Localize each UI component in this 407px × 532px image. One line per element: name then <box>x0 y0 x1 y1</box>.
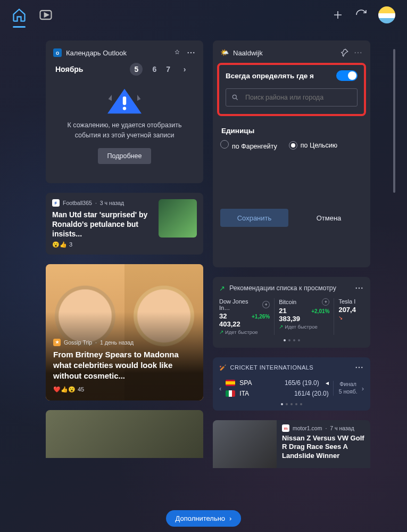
svg-point-2 <box>190 52 192 53</box>
reactions: ❤️👍😮 45 <box>53 386 196 393</box>
reactions: 😮👍 3 <box>52 241 152 248</box>
news-headline: From Britney Spears to Madonna what cele… <box>53 349 196 382</box>
highlighted-settings: Всегда определять где я <box>217 63 366 116</box>
svg-point-3 <box>193 52 194 53</box>
news-headline: Man Utd star 'surprised' by Ronaldo's pe… <box>52 210 152 239</box>
more-icon[interactable] <box>186 48 196 58</box>
cricket-row: ITA161/4 (20.0) <box>226 388 328 399</box>
news-headline: Nissan Z Versus VW Golf R Drag Race Sees… <box>282 434 365 460</box>
news-card-large[interactable]: ★Gossip Trip · 1 день назад From Britney… <box>46 264 203 400</box>
pin-icon[interactable] <box>339 48 349 58</box>
chevron-right-icon: › <box>229 514 231 522</box>
refresh-icon[interactable] <box>355 9 368 21</box>
weather-location: Naaldwijk <box>233 49 263 57</box>
svg-point-8 <box>360 52 361 53</box>
svg-point-9 <box>232 95 236 99</box>
more-icon[interactable] <box>354 283 364 293</box>
calendar-widget: o Календарь Outlook Ноябрь 5 6 7 › К сож <box>46 40 203 183</box>
svg-point-11 <box>359 288 360 289</box>
location-search-input[interactable] <box>244 93 352 102</box>
cricket-icon: 🏏 <box>219 364 227 371</box>
unit-celsius[interactable]: по Цельсию <box>289 141 337 150</box>
svg-point-7 <box>358 52 359 53</box>
user-avatar[interactable] <box>378 6 395 23</box>
search-icon <box>231 94 239 101</box>
svg-point-15 <box>361 367 362 368</box>
location-search[interactable] <box>226 88 358 107</box>
pagination-dots[interactable] <box>219 403 364 405</box>
top-bar <box>0 0 407 30</box>
video-tab-icon[interactable] <box>38 7 53 22</box>
day[interactable]: 7 <box>166 65 170 73</box>
watchlist-item[interactable]: Dow Jones In…+ 32 403,22+1,26% ↗Идет быс… <box>219 298 275 335</box>
news-thumbnail <box>159 199 197 238</box>
news-card-small[interactable]: FFootball365 · 3 ч назад Man Utd star 's… <box>46 193 203 255</box>
svg-point-12 <box>361 288 362 289</box>
news-card-cut[interactable] <box>46 410 203 458</box>
trend-up-icon: ↗ <box>219 284 225 292</box>
details-button[interactable]: Подробнее <box>98 148 152 164</box>
source-icon: m <box>282 424 289 432</box>
news-source: Football365 <box>63 200 92 206</box>
warning-icon <box>103 85 146 117</box>
news-time: 1 день назад <box>100 339 134 346</box>
save-button[interactable]: Сохранить <box>220 209 288 227</box>
svg-rect-4 <box>123 96 126 105</box>
chevron-right-icon[interactable]: › <box>180 64 189 74</box>
calendar-days: 5 6 7 › <box>130 63 189 76</box>
cricket-title: CRICKET INTERNATIONALS <box>230 364 314 371</box>
news-source: motor1.com <box>293 425 322 431</box>
svg-point-6 <box>355 52 356 53</box>
source-icon: ★ <box>53 339 61 346</box>
svg-point-14 <box>359 367 360 368</box>
detect-location-label: Всегда определять где я <box>226 72 314 80</box>
flag-icon <box>226 380 235 386</box>
add-ticker-icon[interactable]: + <box>322 298 329 306</box>
more-pill-button[interactable]: Дополнительно › <box>166 510 242 527</box>
units-label: Единицы <box>221 127 362 135</box>
unit-fahrenheit[interactable]: по Фаренгейту <box>220 140 277 150</box>
add-ticker-icon[interactable]: + <box>262 301 270 308</box>
calendar-month: Ноябрь <box>55 65 83 73</box>
calendar-error-msg: К сожалению, не удается отобразить событ… <box>53 120 196 141</box>
day[interactable]: 6 <box>152 65 156 73</box>
calendar-title: Календарь Outlook <box>66 49 127 57</box>
news-card-small[interactable]: mmotor1.com · 7 ч назад Nissan Z Versus … <box>213 420 370 468</box>
add-widget-icon[interactable] <box>331 9 344 21</box>
svg-point-13 <box>356 367 357 368</box>
svg-point-5 <box>123 107 126 110</box>
more-icon[interactable] <box>353 48 363 58</box>
prev-match-icon[interactable]: ‹ <box>219 384 221 392</box>
match-stage: Финал5 нояб. <box>333 381 358 395</box>
cricket-row: SPA165/6 (19.0)◂ <box>226 378 328 388</box>
news-time: 7 ч назад <box>330 425 354 431</box>
cricket-widget: 🏏 CRICKET INTERNATIONALS ‹ SPA165/6 (19.… <box>213 357 370 411</box>
watchlist-item[interactable]: Bitcoin+ 21 383,39+2,01% ↗Идет быстрое <box>279 298 334 335</box>
watchlist-title: Рекомендации списка к просмотру <box>229 284 336 292</box>
weather-widget: 🌤️ Naaldwijk Всегда определять где я Еди… <box>213 40 370 267</box>
watchlist-widget: ↗ Рекомендации списка к просмотру Dow Jo… <box>213 277 370 348</box>
outlook-icon: o <box>53 48 62 57</box>
pin-icon[interactable] <box>172 48 182 58</box>
day-selected[interactable]: 5 <box>130 63 143 76</box>
home-tab-icon[interactable] <box>12 7 27 22</box>
svg-point-10 <box>356 288 357 289</box>
scrollbar[interactable] <box>393 49 395 193</box>
watchlist-item[interactable]: Tesla I 207,4 ↘ <box>338 298 364 335</box>
cancel-button[interactable]: Отмена <box>295 209 363 227</box>
source-icon: F <box>52 199 60 207</box>
flag-icon <box>226 390 235 397</box>
pagination-dots[interactable] <box>219 339 364 341</box>
more-icon[interactable] <box>354 363 364 372</box>
weather-icon: 🌤️ <box>220 48 229 57</box>
news-thumbnail <box>213 420 277 468</box>
svg-point-1 <box>188 52 189 53</box>
next-match-icon[interactable]: › <box>362 384 364 392</box>
detect-location-toggle[interactable] <box>336 70 358 81</box>
news-source: Gossip Trip <box>64 339 92 346</box>
news-time: 3 ч назад <box>100 200 124 206</box>
